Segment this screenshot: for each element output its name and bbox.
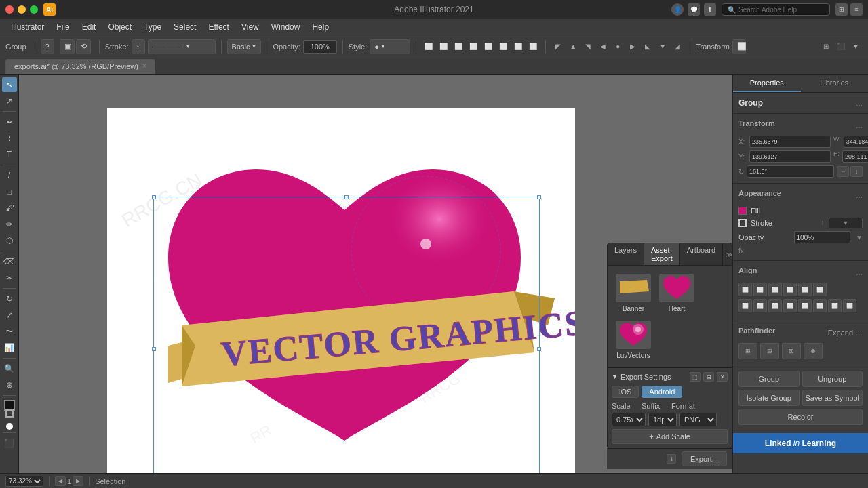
anchor-ml-icon[interactable]: ◀ bbox=[596, 40, 610, 54]
pf-intersect-btn[interactable]: ⊠ bbox=[782, 343, 801, 359]
opacity-value-input[interactable] bbox=[794, 231, 851, 243]
anchor-br-icon[interactable]: ◢ bbox=[671, 40, 684, 54]
align-right-edges-btn[interactable]: ⬜ bbox=[768, 283, 782, 296]
paintbrush-tool[interactable]: 🖌 bbox=[2, 201, 17, 216]
scissors-tool[interactable]: ✂ bbox=[2, 270, 17, 285]
notifications-icon[interactable]: 💬 bbox=[688, 3, 700, 16]
menu-illustrator[interactable]: Illustrator bbox=[5, 21, 50, 33]
stroke-dropdown[interactable]: ──────▼ bbox=[148, 39, 216, 54]
pf-exclude-btn[interactable]: ⊗ bbox=[804, 343, 823, 359]
help-search[interactable]: 🔍 Search Adobe Help bbox=[722, 3, 830, 16]
prev-page-btn[interactable]: ◀ bbox=[55, 476, 66, 486]
menu-window[interactable]: Window bbox=[266, 21, 306, 33]
anchor-tc-icon[interactable]: ▲ bbox=[566, 40, 580, 54]
selection-tool[interactable]: ↖ bbox=[2, 77, 17, 92]
curvature-tool[interactable]: ⌇ bbox=[2, 131, 17, 146]
group-options-icon[interactable]: … bbox=[856, 100, 863, 107]
document-tab[interactable]: exports.ai* @ 73.32% (RGB/Preview) × bbox=[5, 59, 155, 74]
eraser-tool[interactable]: ⌫ bbox=[2, 254, 17, 269]
export-settings-btn3[interactable]: ✕ bbox=[717, 372, 728, 382]
close-button[interactable] bbox=[5, 5, 14, 14]
ios-tab-btn[interactable]: iOS bbox=[612, 386, 639, 398]
opacity-input[interactable] bbox=[303, 40, 337, 54]
stroke-dropdown-btn[interactable]: ▼ bbox=[829, 218, 863, 228]
menu-file[interactable]: File bbox=[51, 21, 75, 33]
align-left-edges-btn[interactable]: ⬜ bbox=[738, 283, 752, 296]
pen-tool[interactable]: ✒ bbox=[2, 115, 17, 129]
recolor-btn[interactable]: Recolor bbox=[738, 409, 863, 425]
ungroup-qa-btn[interactable]: Ungroup bbox=[802, 371, 863, 387]
dist-h-btn[interactable]: ⬜ bbox=[753, 299, 767, 312]
arrange-mode-icon[interactable]: ⬛ bbox=[834, 40, 848, 54]
y-input[interactable] bbox=[749, 150, 831, 163]
eyedropper-tool[interactable]: 🔍 bbox=[2, 361, 17, 376]
transform-btn[interactable]: ⟲ bbox=[76, 39, 91, 54]
anchor-mr-icon[interactable]: ▶ bbox=[626, 40, 639, 54]
format-select[interactable]: PNG bbox=[679, 413, 717, 426]
type-tool[interactable]: T bbox=[2, 147, 17, 162]
menu-effect[interactable]: Effect bbox=[203, 21, 234, 33]
align-center-h-icon[interactable]: ⬜ bbox=[437, 40, 450, 54]
object-btn[interactable]: ▣ bbox=[60, 39, 75, 54]
linkedin-learning-badge[interactable]: Linked in Learning bbox=[733, 433, 868, 453]
menu-edit[interactable]: Edit bbox=[77, 21, 102, 33]
menu-select[interactable]: Select bbox=[168, 21, 201, 33]
align-h-center-btn[interactable]: ⬜ bbox=[753, 283, 767, 296]
export-btn[interactable]: Export... bbox=[682, 451, 727, 466]
dist-right-btn[interactable]: ⬜ bbox=[768, 299, 782, 312]
transform-panel-btn[interactable]: ⬜ bbox=[732, 39, 746, 54]
asset-item-heart[interactable]: Heart bbox=[656, 271, 697, 315]
anchor-tr-icon[interactable]: ◥ bbox=[581, 40, 595, 54]
dist-left-btn[interactable]: ⬜ bbox=[738, 299, 752, 312]
transform-options-icon[interactable]: … bbox=[856, 122, 863, 129]
align-options-icon[interactable]: … bbox=[856, 269, 863, 277]
artboard-tool[interactable]: ⬛ bbox=[2, 436, 17, 451]
dist-top-btn[interactable]: ⬜ bbox=[783, 299, 797, 312]
zoom-select[interactable]: 73.32% bbox=[5, 476, 43, 487]
stroke-options-up[interactable]: ↑ bbox=[818, 218, 827, 227]
export-info-icon[interactable]: ℹ bbox=[667, 454, 676, 464]
direct-selection-tool[interactable]: ↗ bbox=[2, 94, 17, 108]
artboard-tab[interactable]: Artboard bbox=[680, 243, 723, 265]
stroke-color-swatch[interactable] bbox=[5, 409, 14, 418]
menu-object[interactable]: Object bbox=[102, 21, 137, 33]
canvas-area[interactable]: RRCG.CN 八八素材 八八素材 RRCG RR 八人素材 bbox=[19, 75, 732, 488]
suffix-select[interactable]: 1dpi bbox=[648, 413, 677, 426]
anchor-bl-icon[interactable]: ◣ bbox=[641, 40, 654, 54]
align-middle-icon[interactable]: ⬜ bbox=[481, 40, 495, 54]
essentials-icon[interactable]: ≡ bbox=[850, 3, 863, 16]
menu-view[interactable]: View bbox=[236, 21, 264, 33]
align-top-icon[interactable]: ⬜ bbox=[467, 40, 480, 54]
more-options-icon[interactable]: ▼ bbox=[849, 40, 863, 54]
line-tool[interactable]: / bbox=[2, 168, 17, 183]
dist-v2-btn[interactable]: ⬜ bbox=[843, 299, 856, 312]
rotate-tool[interactable]: ↻ bbox=[2, 291, 17, 306]
pf-unite-btn[interactable]: ⊞ bbox=[738, 343, 757, 359]
flip-h-icon[interactable]: ↔ bbox=[837, 166, 849, 177]
export-collapse-icon[interactable]: ▼ bbox=[612, 373, 618, 380]
anchor-bc-icon[interactable]: ▼ bbox=[656, 40, 669, 54]
rotate-input[interactable] bbox=[747, 165, 834, 178]
x-input[interactable] bbox=[749, 136, 831, 148]
zoom-tool[interactable]: ⊕ bbox=[2, 378, 17, 392]
asset-item-banner[interactable]: Banner bbox=[613, 271, 654, 315]
align-bottom-icon[interactable]: ⬜ bbox=[496, 40, 510, 54]
stroke-weight-btn[interactable]: ↕ bbox=[132, 39, 145, 54]
anchor-tl-icon[interactable]: ◤ bbox=[551, 40, 565, 54]
flip-v-icon[interactable]: ↕ bbox=[850, 166, 863, 177]
h-input[interactable] bbox=[842, 150, 868, 163]
stroke-label[interactable]: Stroke bbox=[751, 219, 772, 227]
shaper-tool[interactable]: ⬡ bbox=[2, 233, 17, 248]
align-top-edges-btn[interactable]: ⬜ bbox=[783, 283, 797, 296]
scale-select[interactable]: 0.75x bbox=[612, 413, 646, 426]
android-tab-btn[interactable]: Android bbox=[642, 386, 682, 398]
menu-type[interactable]: Type bbox=[138, 21, 167, 33]
anchor-mc-icon[interactable]: ● bbox=[611, 40, 625, 54]
dist-v-btn[interactable]: ⬜ bbox=[798, 299, 812, 312]
question-btn[interactable]: ? bbox=[41, 39, 54, 54]
maximize-button[interactable] bbox=[30, 5, 38, 14]
warp-tool[interactable]: 〜 bbox=[2, 324, 17, 339]
next-page-btn[interactable]: ▶ bbox=[73, 476, 83, 486]
export-settings-btn2[interactable]: ⊞ bbox=[703, 372, 714, 382]
add-scale-btn[interactable]: + Add Scale bbox=[612, 429, 728, 444]
